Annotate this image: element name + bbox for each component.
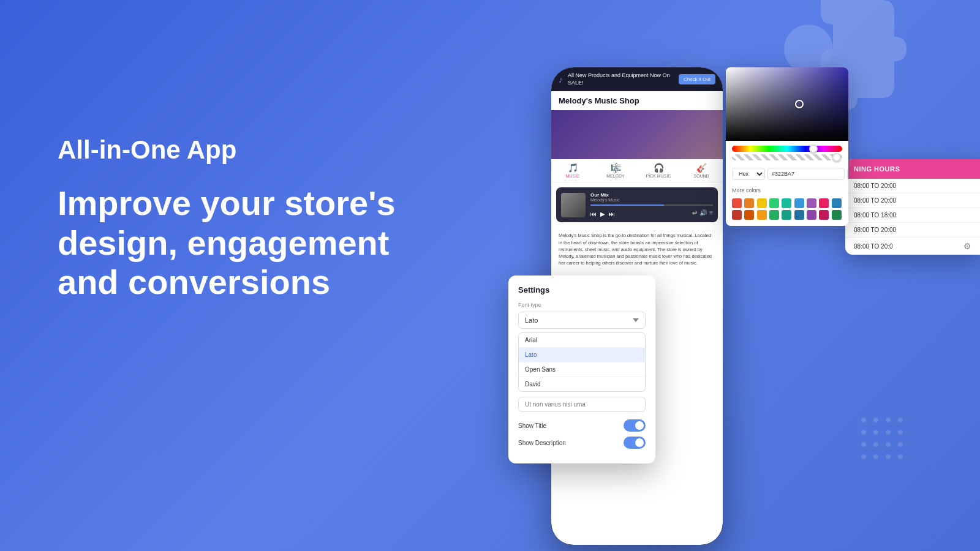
hours-row-4: 08:00 TO 20:00: [845, 223, 980, 238]
music-icon: ♪: [559, 75, 563, 84]
player-subtitle: Melody's Music: [590, 198, 713, 202]
hours-time-2: 08:00 TO 20:00: [854, 197, 896, 204]
banner-overlay: [551, 110, 723, 159]
hours-time-3: 08:00 TO 18:00: [854, 212, 896, 219]
app-description: Improve your store's design, engagement …: [58, 184, 413, 302]
color-gradient-area[interactable]: [726, 67, 848, 141]
hours-row-1: 08:00 TO 20:00: [845, 179, 980, 193]
show-description-row: Show Description: [518, 437, 646, 449]
player-controls: ⏮ ▶ ⏭: [590, 211, 615, 217]
volume-icon[interactable]: 🔊: [699, 209, 707, 216]
swatch-forest[interactable]: [832, 210, 842, 220]
hours-row-5: 08:00 TO 20:0 ⚙: [845, 238, 980, 255]
color-inputs-row: Hex RGB HSL: [726, 165, 848, 185]
font-option-david[interactable]: David: [519, 377, 645, 391]
hours-header-text: NING HOURS: [854, 165, 900, 173]
check-it-out-button[interactable]: Check it Out: [679, 74, 715, 84]
show-description-label: Show Description: [518, 440, 566, 446]
hours-time-4: 08:00 TO 20:00: [854, 227, 896, 233]
swatch-yellow[interactable]: [757, 198, 767, 208]
show-title-toggle[interactable]: [624, 419, 646, 432]
show-title-label: Show Title: [518, 422, 546, 429]
font-type-select[interactable]: Lato Arial Open Sans David: [518, 312, 646, 329]
swatch-orange[interactable]: [744, 198, 754, 208]
header-text: All New Products and Equipment Now On SA…: [568, 72, 674, 86]
phone-nav: 🎵 MUSIC 🎼 MELODY 🎧 PICK MUSIC 🎸 SOUND: [551, 159, 723, 182]
next-button[interactable]: ⏭: [609, 211, 615, 217]
font-option-arial[interactable]: Arial: [519, 333, 645, 348]
swatch-teal[interactable]: [782, 198, 791, 208]
opening-hours-panel: NING HOURS 08:00 TO 20:00 08:00 TO 20:00…: [845, 159, 980, 255]
sound-nav-icon: 🎸: [696, 163, 707, 173]
phone-header: ♪ All New Products and Equipment Now On …: [551, 67, 723, 91]
mockup-container: ♪ All New Products and Equipment Now On …: [490, 49, 980, 551]
color-swatches-grid: [726, 196, 848, 226]
hours-row-3: 08:00 TO 18:00: [845, 208, 980, 223]
phone-banner-image: [551, 110, 723, 159]
swatch-green[interactable]: [769, 198, 779, 208]
hours-header: NING HOURS: [845, 159, 980, 179]
swatch-dark-teal[interactable]: [782, 210, 791, 220]
nav-item-melody[interactable]: 🎼 MELODY: [594, 159, 637, 182]
swatch-dark-orange[interactable]: [744, 210, 754, 220]
music-player: Our Mix Melody's Music ⏮ ▶ ⏭ ⇄ 🔊: [556, 187, 718, 222]
hue-slider-thumb[interactable]: [809, 144, 818, 153]
player-progress-bar[interactable]: [590, 204, 713, 206]
nav-label-sound: SOUND: [693, 174, 709, 178]
nav-label-music: MUSIC: [566, 174, 580, 178]
font-type-label: Font type: [518, 302, 646, 308]
swatch-dark-pink[interactable]: [819, 210, 829, 220]
font-dropdown-list: Arial Lato Open Sans David: [518, 332, 646, 392]
hours-time-1: 08:00 TO 20:00: [854, 182, 896, 189]
app-label: All-in-One App: [58, 135, 413, 165]
player-title: Our Mix: [590, 192, 713, 198]
font-option-open-sans[interactable]: Open Sans: [519, 362, 645, 377]
shop-description: Melody's Music Shop is the go-to destina…: [551, 227, 723, 271]
player-progress-fill: [590, 204, 664, 206]
swatch-blue[interactable]: [794, 198, 804, 208]
alpha-slider[interactable]: [732, 154, 842, 160]
nav-label-pick-music: PICK MUSIC: [646, 174, 671, 178]
show-title-row: Show Title: [518, 419, 646, 432]
play-button[interactable]: ▶: [600, 211, 605, 217]
nav-item-sound[interactable]: 🎸 SOUND: [680, 159, 723, 182]
swatch-dark-purple[interactable]: [807, 210, 816, 220]
hue-slider[interactable]: [732, 146, 842, 152]
hex-input[interactable]: [767, 168, 845, 180]
nav-item-music[interactable]: 🎵 MUSIC: [551, 159, 594, 182]
swatch-dark-green[interactable]: [769, 210, 779, 220]
nav-item-pick-music[interactable]: 🎧 PICK MUSIC: [637, 159, 680, 182]
show-description-toggle[interactable]: [624, 437, 646, 449]
more-colors-label: More colors: [726, 185, 848, 196]
player-thumbnail: [561, 193, 586, 217]
settings-title: Settings: [518, 285, 646, 294]
color-cursor[interactable]: [795, 100, 804, 108]
swatch-dark-red[interactable]: [732, 210, 742, 220]
settings-panel: Settings Font type Lato Arial Open Sans …: [508, 276, 655, 463]
alpha-slider-thumb[interactable]: [832, 153, 841, 162]
gear-icon[interactable]: ⚙: [963, 241, 971, 251]
color-format-select[interactable]: Hex RGB HSL: [732, 168, 765, 180]
menu-icon[interactable]: ≡: [709, 209, 713, 216]
font-option-lato[interactable]: Lato: [519, 348, 645, 362]
hours-row-2: 08:00 TO 20:00: [845, 193, 980, 208]
swatch-pink[interactable]: [819, 198, 829, 208]
left-content-area: All-in-One App Improve your store's desi…: [58, 135, 413, 302]
swatch-red[interactable]: [732, 198, 742, 208]
shuffle-icon[interactable]: ⇄: [692, 209, 697, 216]
opacity-input[interactable]: [847, 168, 848, 180]
swatch-purple[interactable]: [807, 198, 816, 208]
swatch-navy[interactable]: [794, 210, 804, 220]
hours-time-5: 08:00 TO 20:0: [854, 243, 893, 250]
swatch-dark-blue[interactable]: [832, 198, 842, 208]
font-options-dropdown: Arial Lato Open Sans David: [518, 332, 646, 392]
swatch-amber[interactable]: [757, 210, 767, 220]
player-extra-controls: ⇄ 🔊 ≡: [692, 209, 713, 216]
nav-label-melody: MELODY: [606, 174, 625, 178]
player-info: Our Mix Melody's Music ⏮ ▶ ⏭ ⇄ 🔊: [590, 192, 713, 217]
music-nav-icon: 🎵: [568, 163, 578, 173]
settings-text-input[interactable]: [518, 397, 646, 412]
prev-button[interactable]: ⏮: [590, 211, 597, 217]
shop-title: Melody's Music Shop: [551, 91, 723, 110]
melody-nav-icon: 🎼: [611, 163, 621, 173]
